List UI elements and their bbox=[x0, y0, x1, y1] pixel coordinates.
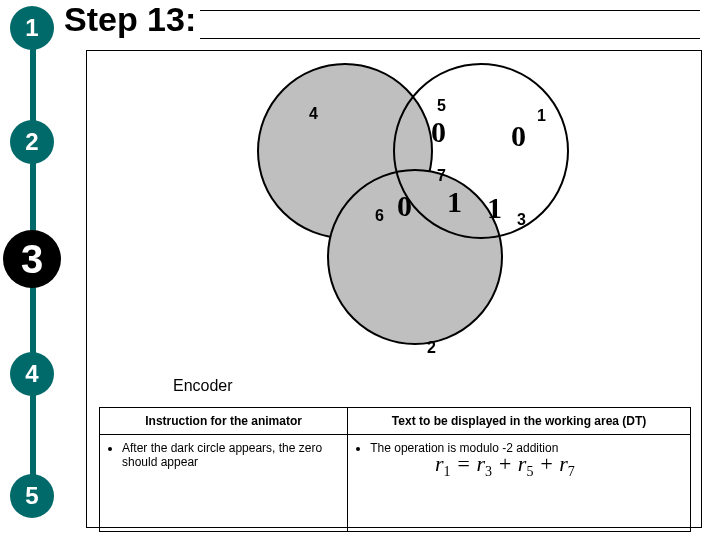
venn-region-5-label: 5 bbox=[437, 97, 446, 115]
formula-plus1: + bbox=[492, 451, 518, 476]
title-rule-bottom bbox=[200, 38, 700, 39]
working-area: 4 5 1 7 6 3 2 0 0 0 1 1 Encoder Instruct… bbox=[86, 50, 702, 528]
step-4-label: 4 bbox=[25, 360, 38, 388]
formula-lhs-sub: 1 bbox=[444, 464, 451, 479]
table-cell-left: After the dark circle appears, the zero … bbox=[100, 435, 348, 532]
table-header-left: Instruction for the animator bbox=[100, 408, 348, 435]
step-3-label: 3 bbox=[21, 237, 43, 282]
table-header-row: Instruction for the animator Text to be … bbox=[100, 408, 691, 435]
slide: 1 2 3 4 5 Step 13: 4 5 1 7 6 3 2 0 0 0 1 bbox=[0, 0, 720, 540]
encoder-label: Encoder bbox=[173, 377, 233, 395]
venn-region-4-label: 4 bbox=[309, 105, 318, 123]
step-4[interactable]: 4 bbox=[10, 352, 54, 396]
title-rule-top bbox=[200, 10, 700, 39]
table-row: After the dark circle appears, the zero … bbox=[100, 435, 691, 532]
venn-region-6-label: 6 bbox=[375, 207, 384, 225]
page-title: Step 13: bbox=[64, 0, 196, 39]
step-3-current[interactable]: 3 bbox=[3, 230, 61, 288]
formula-t3-sub: 7 bbox=[568, 464, 575, 479]
venn-bit-r6: 0 bbox=[397, 189, 412, 223]
venn-bit-r5: 0 bbox=[431, 115, 446, 149]
step-1-label: 1 bbox=[25, 14, 38, 42]
step-5[interactable]: 5 bbox=[10, 474, 54, 518]
venn-bit-r1: 0 bbox=[511, 119, 526, 153]
formula-t1-var: r bbox=[476, 451, 485, 476]
step-1[interactable]: 1 bbox=[10, 6, 54, 50]
step-2[interactable]: 2 bbox=[10, 120, 54, 164]
animator-instruction: After the dark circle appears, the zero … bbox=[122, 441, 339, 469]
venn-bit-r3: 1 bbox=[487, 191, 502, 225]
venn-region-7-label: 7 bbox=[437, 167, 446, 185]
step-2-label: 2 bbox=[25, 128, 38, 156]
venn-region-1-label: 1 bbox=[537, 107, 546, 125]
instruction-table: Instruction for the animator Text to be … bbox=[99, 407, 691, 532]
table-cell-right: The operation is modulo -2 addition bbox=[348, 435, 691, 532]
formula-t3-var: r bbox=[559, 451, 568, 476]
venn-region-3-label: 3 bbox=[517, 211, 526, 229]
stepper: 1 2 3 4 5 bbox=[6, 6, 56, 536]
formula-plus2: + bbox=[533, 451, 559, 476]
formula-lhs-var: r bbox=[435, 451, 444, 476]
venn-region-2-label: 2 bbox=[427, 339, 436, 357]
formula-eq: = bbox=[451, 451, 477, 476]
step-5-label: 5 bbox=[25, 482, 38, 510]
formula: r1 = r3 + r5 + r7 bbox=[435, 451, 575, 480]
formula-t1-sub: 3 bbox=[485, 464, 492, 479]
venn-bit-r7: 1 bbox=[447, 185, 462, 219]
venn-circle-right bbox=[393, 63, 569, 239]
table-header-right: Text to be displayed in the working area… bbox=[348, 408, 691, 435]
venn-diagram: 4 5 1 7 6 3 2 0 0 0 1 1 bbox=[247, 63, 587, 363]
